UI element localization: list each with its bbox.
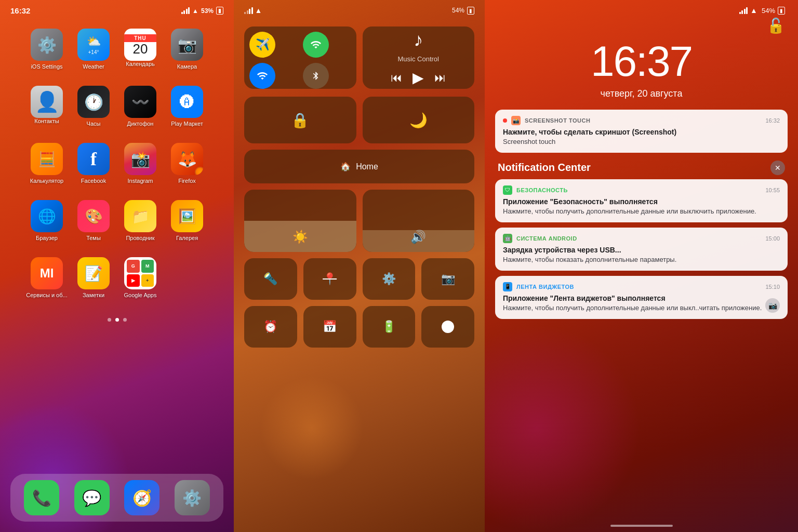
widgets-notif-title: Приложение "Лента виджетов" выполняется bbox=[503, 294, 780, 302]
dock-messages[interactable]: 💬 bbox=[74, 480, 110, 515]
notif-header-widgets: 📱 ЛЕНТА ВИДЖЕТОВ 15:10 bbox=[503, 282, 780, 291]
widgets-app-name: ЛЕНТА ВИДЖЕТОВ bbox=[516, 284, 574, 290]
security-notif-title: Приложение "Безопасность" выполняется bbox=[503, 197, 780, 206]
wifi-cc-icon: ▲ bbox=[255, 6, 262, 15]
notification-area: 📸 SCREENSHOT TOUCH 16:32 Нажмите, чтобы … bbox=[485, 110, 798, 319]
brightness-slider[interactable]: ☀️ bbox=[244, 190, 356, 252]
security-app-name: БЕЗОПАСНОСТЬ bbox=[516, 187, 568, 193]
music-card[interactable]: ♪ Music Control ⏮ ▶ ⏭ bbox=[363, 26, 475, 89]
dock-phone[interactable]: 📞 bbox=[24, 480, 59, 515]
widgets-notif-time: 15:10 bbox=[765, 284, 780, 290]
airplane-toggle[interactable]: ✈️ bbox=[249, 32, 275, 58]
android-notif-title: Зарядка устройства через USB... bbox=[503, 246, 780, 254]
camera-notif-icon: 📷 bbox=[768, 301, 777, 310]
signal-bars-lock bbox=[739, 7, 748, 14]
app-google-apps[interactable]: G M ▶ + Google Apps bbox=[117, 253, 164, 310]
music-note-icon: ♪ bbox=[414, 29, 423, 51]
rotation-lock-icon: 🔒 bbox=[291, 112, 309, 129]
battery-cc-icon: ▮ bbox=[467, 7, 474, 15]
app-voice[interactable]: 〰️ Диктофон bbox=[117, 82, 164, 139]
camera-action-button[interactable]: 📷 bbox=[421, 258, 474, 300]
lock-bottom-bar bbox=[485, 525, 798, 527]
battery-saver-icon: 🔋 bbox=[382, 320, 396, 334]
rotation-lock-btn[interactable]: 🔒 bbox=[244, 97, 356, 143]
home-status-right: ▲ 53% ▮ bbox=[181, 7, 223, 15]
music-title: Music Control bbox=[398, 55, 439, 63]
settings-action-button[interactable]: ⚙️ bbox=[363, 258, 416, 300]
app-instagram[interactable]: 📸 Instagram bbox=[117, 139, 164, 196]
app-ios-settings[interactable]: ⚙️ iOS Settings bbox=[23, 24, 70, 82]
home-status-bar: 16:32 ▲ 53% ▮ bbox=[0, 0, 234, 19]
dock-settings[interactable]: ⚙️ bbox=[175, 480, 210, 515]
alarm-icon: ⏰ bbox=[263, 320, 277, 334]
location-off-button[interactable]: 📍 bbox=[303, 258, 356, 300]
lock-time: 16:37 bbox=[485, 37, 798, 86]
app-playmarket[interactable]: 🅐 Play Маркет bbox=[164, 82, 210, 139]
widgets-notif-body: Нажмите, чтобы получить дополнительные д… bbox=[503, 304, 780, 313]
record-icon bbox=[442, 321, 454, 333]
app-firefox[interactable]: 🦊 Firefox bbox=[164, 139, 210, 196]
gear-action-icon: ⚙️ bbox=[382, 272, 396, 286]
battery-lock-percent: 54% bbox=[762, 7, 775, 15]
dock-safari[interactable]: 🧭 bbox=[124, 480, 159, 515]
app-notes[interactable]: 📝 Заметки bbox=[70, 253, 117, 310]
app-gallery[interactable]: 🖼️ Галерея bbox=[164, 196, 210, 253]
action-row-1: 🔦 📍 ⚙️ 📷 bbox=[234, 258, 485, 300]
play-button[interactable]: ▶ bbox=[413, 69, 424, 86]
notif-dot-screenshot bbox=[503, 118, 507, 123]
settings-dock-icon: ⚙️ bbox=[182, 489, 202, 507]
dock: 📞 💬 🧭 ⚙️ bbox=[10, 474, 223, 522]
app-browser[interactable]: 🌐 Браузер bbox=[23, 196, 70, 253]
messages-icon: 💬 bbox=[82, 489, 101, 507]
home-time: 16:32 bbox=[10, 6, 30, 15]
volume-slider[interactable]: 🔊 bbox=[363, 190, 475, 252]
bluetooth-toggle[interactable] bbox=[303, 63, 329, 89]
lock-icon: 🔓 bbox=[485, 17, 798, 34]
toggle-grid: ✈️ bbox=[244, 26, 356, 89]
app-files[interactable]: 📁 Проводник bbox=[117, 196, 164, 253]
battery-action-button[interactable]: 🔋 bbox=[363, 306, 416, 348]
widgets-camera-btn[interactable]: 📷 bbox=[765, 298, 780, 313]
app-contacts[interactable]: 👤 Контакты bbox=[23, 82, 70, 139]
security-notif-body: Нажмите, чтобы получить дополнительные д… bbox=[503, 207, 780, 216]
calendar-action-button[interactable]: 📅 bbox=[303, 306, 356, 348]
security-notification[interactable]: 🛡 БЕЗОПАСНОСТЬ 10:55 Приложение "Безопас… bbox=[495, 179, 788, 222]
app-miui[interactable]: MI Сервисы и об... bbox=[23, 253, 70, 310]
calendar-icon: THU 20 bbox=[124, 29, 156, 61]
app-clock[interactable]: 🕐 Часы bbox=[70, 82, 117, 139]
contacts-icon: 👤 bbox=[31, 86, 63, 118]
wifi-toggle[interactable] bbox=[249, 63, 275, 89]
toggle-card: ✈️ bbox=[244, 26, 356, 89]
signal-bars-cc bbox=[244, 7, 253, 14]
lock-screen-panel: ▲ 54% ▮ 🔓 16:37 четверг, 20 августа 📸 SC… bbox=[485, 0, 798, 532]
cellular-toggle[interactable] bbox=[303, 32, 329, 58]
app-calculator[interactable]: 🧮 Калькулятор bbox=[23, 139, 70, 196]
app-themes[interactable]: 🎨 Темы bbox=[70, 196, 117, 253]
app-calendar[interactable]: THU 20 Календарь bbox=[117, 24, 164, 82]
screenshot-notif-title: Нажмите, чтобы сделать скриншот (Screens… bbox=[503, 128, 780, 136]
app-facebook[interactable]: f Facebook bbox=[70, 139, 117, 196]
widgets-notification[interactable]: 📱 ЛЕНТА ВИДЖЕТОВ 15:10 Приложение "Лента… bbox=[495, 276, 788, 319]
alarm-button[interactable]: ⏰ bbox=[244, 306, 297, 348]
speaker-icon: 🔊 bbox=[410, 230, 426, 244]
control-center-panel: ▲ 54% ▮ ✈️ ♪ Mus bbox=[234, 0, 485, 532]
control-status-right: 54% ▮ bbox=[452, 7, 474, 15]
screenshot-notification[interactable]: 📸 SCREENSHOT TOUCH 16:32 Нажмите, чтобы … bbox=[495, 110, 788, 153]
flashlight-button[interactable]: 🔦 bbox=[244, 258, 297, 300]
next-button[interactable]: ⏭ bbox=[434, 71, 446, 85]
android-app-name: СИСТЕМА ANDROID bbox=[516, 235, 577, 242]
prev-button[interactable]: ⏮ bbox=[391, 71, 402, 85]
android-notif-time: 15:00 bbox=[765, 235, 780, 242]
record-button[interactable] bbox=[421, 306, 474, 348]
home-button[interactable]: 🏠 Home bbox=[244, 150, 474, 183]
flashlight-icon: 🔦 bbox=[263, 272, 277, 286]
page-indicators bbox=[0, 315, 234, 327]
security-app-icon: 🛡 bbox=[503, 185, 512, 195]
android-notification[interactable]: 🤖 СИСТЕМА ANDROID 15:00 Зарядка устройст… bbox=[495, 228, 788, 271]
app-weather[interactable]: ⛅ +14° Weather bbox=[70, 24, 117, 82]
notification-center-close[interactable]: ✕ bbox=[770, 161, 785, 175]
camera-action-icon: 📷 bbox=[441, 272, 455, 286]
wifi-lock-icon: ▲ bbox=[750, 6, 757, 15]
app-camera[interactable]: 📷 Камера bbox=[164, 24, 210, 82]
night-mode-btn[interactable]: 🌙 bbox=[363, 97, 475, 143]
